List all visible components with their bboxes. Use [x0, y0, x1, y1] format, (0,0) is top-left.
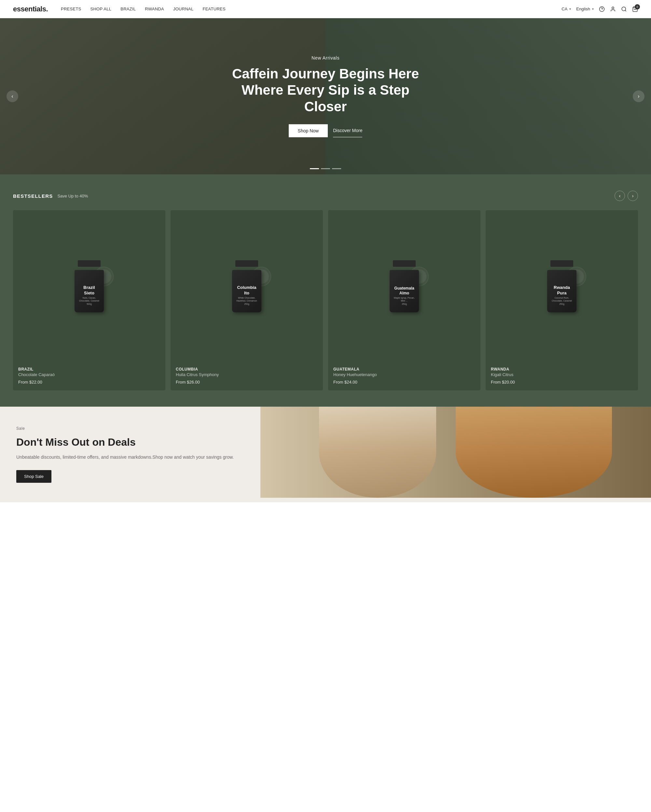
section-title-wrap: BESTSELLERS Save Up to 40% [13, 193, 88, 199]
language-selector[interactable]: English ▾ [576, 6, 594, 11]
hero-next-button[interactable]: › [633, 90, 645, 102]
product-name-1: Chocolate Caparaó [18, 372, 160, 377]
sale-person-right [456, 407, 612, 498]
language-chevron-icon: ▾ [592, 7, 594, 11]
nav-journal[interactable]: JOURNAL [173, 6, 194, 11]
product-info-4: Rwanda Kigali Citrus From $20.00 [486, 362, 638, 391]
sale-person-left [319, 407, 436, 498]
sale-section: Sale Don't Miss Out on Deals Unbeatable … [0, 407, 651, 502]
product-card-2[interactable]: ColumbiaIto White Chocolate, Hazelnut, C… [171, 210, 323, 391]
section-subtitle: Save Up to 40% [57, 194, 88, 198]
discover-more-button[interactable]: Discover More [333, 124, 362, 137]
sale-image [260, 407, 651, 498]
product-origin-4: Rwanda [491, 367, 633, 371]
nav-icons: 0 [599, 6, 638, 12]
nav-right: CA ▾ English ▾ 0 [561, 6, 638, 12]
hero-title: Caffein Journey Begins Here Where Every … [231, 66, 420, 115]
svg-line-4 [625, 10, 626, 11]
section-nav: ‹ › [614, 191, 638, 201]
hero-dots [310, 168, 341, 169]
country-selector[interactable]: CA ▾ [561, 6, 571, 11]
nav-links: PRESETS SHOP ALL BRAZIL RWANDA JOURNAL F… [61, 6, 226, 11]
nav-rwanda[interactable]: RWANDA [145, 6, 164, 11]
shop-sale-button[interactable]: Shop Sale [16, 470, 52, 483]
hero-buttons: Shop Now Discover More [231, 124, 420, 137]
section-title: BESTSELLERS [13, 193, 53, 199]
bestsellers-section: BESTSELLERS Save Up to 40% ‹ › BrazilSie… [0, 174, 651, 407]
product-image-3: GuatemalaAlmo Maple syrup, Pecan, Mint .… [328, 210, 480, 362]
search-icon[interactable] [621, 6, 627, 12]
nav-shop-all[interactable]: SHOP ALL [90, 6, 112, 11]
nav-features[interactable]: FEATURES [202, 6, 225, 11]
hero-prev-button[interactable]: ‹ [6, 90, 18, 102]
hero-section: ‹ › New Arrivals Caffein Journey Begins … [0, 18, 651, 174]
product-info-1: Brazil Chocolate Caparaó From $22.00 [13, 362, 165, 391]
hero-dot-1[interactable] [310, 168, 319, 169]
logo[interactable]: essentials. [13, 5, 48, 13]
account-icon[interactable] [610, 6, 616, 12]
product-image-2: ColumbiaIto White Chocolate, Hazelnut, C… [171, 210, 323, 362]
product-origin-2: Columbia [176, 367, 318, 371]
product-card-3[interactable]: GuatemalaAlmo Maple syrup, Pecan, Mint .… [328, 210, 480, 391]
products-prev-button[interactable]: ‹ [614, 191, 625, 201]
product-card-4[interactable]: RwandaPura Coconut Rum, Chocolate, Caram… [486, 210, 638, 391]
product-name-3: Honey Huehuetenango [333, 372, 475, 377]
sale-label: Sale [16, 426, 25, 431]
svg-point-3 [622, 7, 626, 11]
product-info-2: Columbia Huila Citrus Symphony From $26.… [171, 362, 323, 391]
hero-dot-2[interactable] [321, 168, 330, 169]
products-grid: BrazilSieto Nuts, Cacao, Chocolate, Cara… [13, 210, 638, 391]
coffee-bag-2: ColumbiaIto White Chocolate, Hazelnut, C… [227, 260, 266, 312]
product-name-4: Kigali Citrus [491, 372, 633, 377]
nav-presets[interactable]: PRESETS [61, 6, 81, 11]
section-header: BESTSELLERS Save Up to 40% ‹ › [13, 191, 638, 201]
product-image-4: RwandaPura Coconut Rum, Chocolate, Caram… [486, 210, 638, 362]
svg-point-2 [612, 7, 614, 9]
product-image-1: BrazilSieto Nuts, Cacao, Chocolate, Cara… [13, 210, 165, 362]
product-origin-3: Guatemala [333, 367, 475, 371]
product-origin-1: Brazil [18, 367, 160, 371]
coffee-bag-3: GuatemalaAlmo Maple syrup, Pecan, Mint .… [385, 260, 424, 312]
product-price-1: From $22.00 [18, 380, 160, 385]
product-price-4: From $20.00 [491, 380, 633, 385]
hero-label: New Arrivals [231, 55, 420, 61]
product-info-3: Guatemala Honey Huehuetenango From $24.0… [328, 362, 480, 391]
hero-content: New Arrivals Caffein Journey Begins Here… [231, 55, 420, 137]
cart-count: 0 [635, 4, 640, 9]
help-icon[interactable] [599, 6, 605, 12]
product-name-2: Huila Citrus Symphony [176, 372, 318, 377]
product-card-1[interactable]: BrazilSieto Nuts, Cacao, Chocolate, Cara… [13, 210, 165, 391]
products-next-button[interactable]: › [628, 191, 638, 201]
sale-description: Unbeatable discounts, limited-time offer… [16, 453, 234, 461]
country-chevron-icon: ▾ [569, 7, 571, 11]
hero-dot-3[interactable] [332, 168, 341, 169]
product-price-3: From $24.00 [333, 380, 475, 385]
navbar: essentials. PRESETS SHOP ALL BRAZIL RWAN… [0, 0, 651, 18]
nav-brazil[interactable]: BRAZIL [121, 6, 136, 11]
sale-title: Don't Miss Out on Deals [16, 436, 136, 448]
product-price-2: From $26.00 [176, 380, 318, 385]
coffee-bag-1: BrazilSieto Nuts, Cacao, Chocolate, Cara… [70, 260, 109, 312]
language-label: English [576, 6, 590, 11]
country-label: CA [561, 6, 567, 11]
sale-content: Sale Don't Miss Out on Deals Unbeatable … [0, 407, 260, 502]
shop-now-button[interactable]: Shop Now [289, 124, 328, 137]
coffee-bag-4: RwandaPura Coconut Rum, Chocolate, Caram… [542, 260, 581, 312]
cart-icon[interactable]: 0 [632, 6, 638, 12]
